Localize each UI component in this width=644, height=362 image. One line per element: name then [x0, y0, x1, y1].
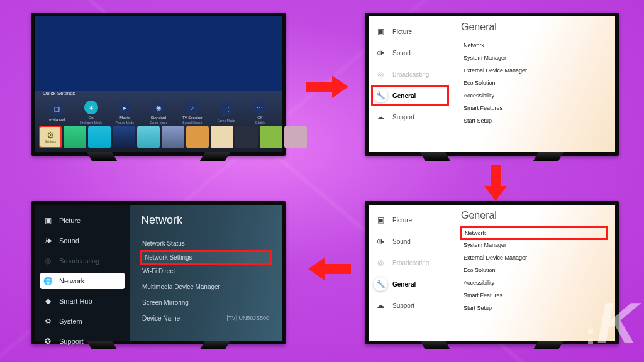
- broadcast-icon: ◎: [43, 256, 53, 265]
- gear-icon: ⚙: [47, 131, 55, 140]
- arrow-left-icon: [308, 258, 351, 280]
- sidebar-item-smart-hub[interactable]: ◆Smart Hub: [40, 293, 125, 309]
- qs-label: On: [89, 116, 94, 119]
- option-wifi-direct[interactable]: Wi-Fi Direct: [141, 263, 270, 279]
- app-tile[interactable]: [186, 126, 209, 148]
- app-tile[interactable]: [162, 126, 184, 148]
- app-tile[interactable]: [64, 126, 86, 148]
- sidebar-item-picture[interactable]: ▣Picture: [372, 211, 448, 229]
- sidebar-item-picture[interactable]: ▣Picture: [40, 212, 125, 229]
- qs-label: e-Manual: [49, 118, 65, 121]
- settings-tile-highlighted[interactable]: ⚙ Settings: [39, 126, 62, 148]
- support-icon: ☁: [374, 299, 387, 312]
- qs-label: Off: [257, 116, 262, 119]
- app-tile[interactable]: [211, 126, 233, 148]
- sound-icon: 🕪: [43, 236, 53, 245]
- tv-step-1-quick-settings: Quick Settings ❐e-Manual ✶OnIntelligent …: [31, 13, 286, 156]
- qs-item-subtitle[interactable]: ⋯OffSubtitle: [245, 101, 274, 124]
- picture-icon: ▣: [43, 216, 53, 225]
- quick-settings-row: ❐e-Manual ✶OnIntelligent Mode ▸MoviePict…: [35, 98, 282, 127]
- qs-item-sound-mode[interactable]: ◉StandardSound Mode: [144, 101, 173, 124]
- sidebar-item-general[interactable]: 🔧General: [372, 275, 448, 293]
- broadcast-icon: ◎: [374, 67, 387, 81]
- option-external-device-manager[interactable]: External Device Manager: [461, 64, 606, 77]
- arrow-down-icon: [484, 165, 507, 201]
- sidebar-item-broadcasting[interactable]: ◎Broadcasting: [40, 253, 125, 269]
- option-start-setup[interactable]: Start Setup: [461, 302, 606, 314]
- settings-tile-label: Settings: [45, 140, 56, 143]
- option-eco-solution[interactable]: Eco Solution: [461, 77, 606, 89]
- picture-icon: ▣: [374, 25, 387, 38]
- settings-main-panel: General Network System Manager External …: [452, 205, 615, 341]
- sidebar-item-support[interactable]: ☁Support: [372, 297, 448, 314]
- sidebar-item-system[interactable]: ⚙System: [40, 313, 125, 329]
- option-system-manager[interactable]: System Manager: [461, 239, 606, 251]
- app-tile[interactable]: [137, 126, 160, 148]
- qs-item-picture-mode[interactable]: ▸MoviePicture Mode: [110, 101, 139, 124]
- settings-sidebar: ▣Picture 🕪Sound ◎Broadcasting 🌐Network ◆…: [35, 205, 130, 341]
- qs-label: Standard: [151, 116, 166, 119]
- tv-step-4-network-settings: ▣Picture 🕪Sound ◎Broadcasting 🌐Network ◆…: [31, 201, 286, 344]
- option-start-setup[interactable]: Start Setup: [461, 114, 606, 127]
- tv-step-3-network-highlighted: ▣Picture 🕪Sound ◎Broadcasting 🔧General ☁…: [365, 201, 619, 344]
- sidebar-item-support[interactable]: ☁Support: [372, 108, 448, 126]
- device-name-value: [TV] UN50JS500: [226, 315, 269, 322]
- option-network-settings-highlighted[interactable]: Network Settings: [141, 251, 270, 263]
- qs-label: TV Speaker: [182, 116, 203, 119]
- app-tile[interactable]: [88, 126, 111, 148]
- option-external-device-manager[interactable]: External Device Manager: [461, 251, 606, 264]
- picture-icon: ▣: [374, 213, 387, 227]
- sidebar-item-network[interactable]: 🌐Network: [40, 273, 125, 289]
- support-icon: ☁: [374, 110, 387, 124]
- option-eco-solution[interactable]: Eco Solution: [461, 264, 606, 277]
- tv-step-2-general-highlighted: ▣Picture 🕪Sound ◎Broadcasting 🔧General ☁…: [365, 13, 619, 156]
- sidebar-item-broadcasting[interactable]: ◎Broadcasting: [372, 254, 448, 272]
- panel-title: General: [461, 21, 606, 33]
- gear-icon: ⚙: [43, 317, 53, 326]
- support-icon: ✪: [43, 337, 53, 346]
- app-tile[interactable]: [284, 126, 307, 148]
- app-tile[interactable]: [260, 126, 282, 148]
- qs-item-game-mode[interactable]: ⛶Game Mode: [212, 102, 241, 123]
- sidebar-item-picture[interactable]: ▣Picture: [372, 23, 448, 40]
- wrench-icon: 🔧: [374, 89, 387, 102]
- settings-main-panel: General Network System Manager External …: [452, 16, 615, 152]
- option-multimedia-device-manager[interactable]: Multimedia Device Manager: [141, 279, 270, 295]
- app-tile[interactable]: [235, 126, 258, 148]
- option-system-manager[interactable]: System Manager: [461, 52, 606, 64]
- app-tiles-row: ⚙ Settings: [35, 126, 282, 148]
- option-screen-mirroring[interactable]: Screen Mirroring: [141, 295, 270, 310]
- settings-main-panel: Network Network Status Network Settings …: [130, 205, 282, 341]
- qs-item-emanual[interactable]: ❐e-Manual: [43, 102, 72, 123]
- option-smart-features[interactable]: Smart Features: [461, 289, 606, 302]
- smarthub-icon: ◆: [43, 297, 53, 305]
- sidebar-item-sound[interactable]: 🕪Sound: [372, 44, 448, 62]
- globe-icon: 🌐: [43, 277, 53, 285]
- option-network[interactable]: Network: [461, 39, 606, 52]
- broadcast-icon: ◎: [374, 256, 387, 270]
- qs-item-intelligent-mode[interactable]: ✶OnIntelligent Mode: [77, 101, 106, 124]
- sidebar-item-sound[interactable]: 🕪Sound: [40, 233, 125, 249]
- option-accessibility[interactable]: Accessibility: [461, 277, 606, 289]
- sound-icon: 🕪: [374, 234, 387, 248]
- panel-title: General: [461, 210, 606, 221]
- option-device-name[interactable]: Device Name[TV] UN50JS500: [141, 310, 270, 326]
- sidebar-item-support[interactable]: ✪Support: [40, 333, 125, 349]
- option-accessibility[interactable]: Accessibility: [461, 89, 606, 102]
- qs-label: Movie: [119, 116, 130, 119]
- option-network-status[interactable]: Network Status: [141, 236, 270, 251]
- sidebar-item-general-highlighted[interactable]: 🔧General: [372, 87, 448, 104]
- quick-settings-title: Quick Settings: [43, 90, 75, 96]
- sidebar-item-broadcasting[interactable]: ◎Broadcasting: [372, 65, 448, 83]
- option-network-highlighted[interactable]: Network: [461, 228, 606, 239]
- arrow-right-icon: [306, 75, 348, 98]
- app-tile[interactable]: [113, 126, 135, 148]
- sound-icon: 🕪: [374, 46, 387, 60]
- qs-item-sound-output[interactable]: ♪TV SpeakerSound Output: [178, 101, 207, 124]
- settings-sidebar: ▣Picture 🕪Sound ◎Broadcasting 🔧General ☁…: [369, 205, 452, 341]
- option-smart-features[interactable]: Smart Features: [461, 102, 606, 114]
- panel-title: Network: [141, 214, 270, 227]
- wrench-icon: 🔧: [374, 277, 387, 291]
- sidebar-item-sound[interactable]: 🕪Sound: [372, 233, 448, 250]
- settings-sidebar: ▣Picture 🕪Sound ◎Broadcasting 🔧General ☁…: [369, 16, 452, 152]
